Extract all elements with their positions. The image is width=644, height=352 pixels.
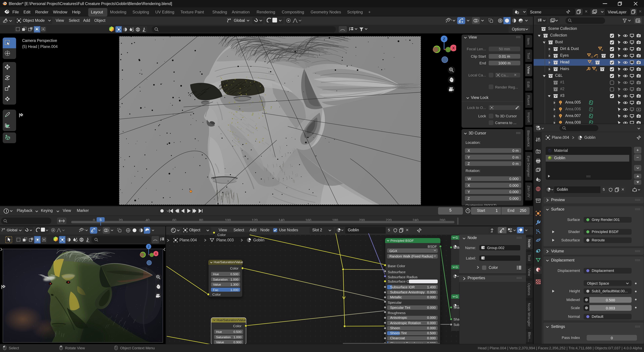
svg-text:X: X (452, 46, 455, 50)
svg-text:8: 8 (596, 69, 597, 71)
svg-text:7: 7 (591, 62, 592, 65)
svg-text:Z: Z (443, 37, 445, 41)
svg-text:4: 4 (602, 49, 603, 51)
svg-text:Z: Z (148, 245, 150, 248)
svg-text:12: 12 (590, 55, 593, 58)
svg-text:2: 2 (597, 55, 598, 58)
svg-text:X: X (155, 252, 157, 255)
